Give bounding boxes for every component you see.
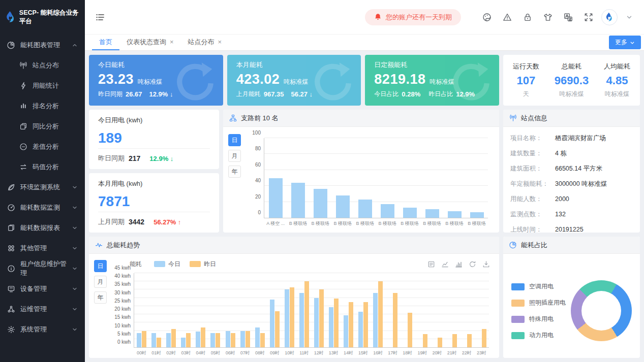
sidebar-subitem-3[interactable]: 同比分析 — [0, 116, 85, 137]
panel-header: 能耗占比 — [503, 237, 640, 254]
trend-chart-area: 0 kwh5 kwh10 kwh15 kwh20 kwh25 kwh30 kwh… — [134, 273, 489, 348]
tab-2[interactable]: 站点分布× — [181, 35, 229, 50]
sidebar-collapse-icon[interactable] — [95, 12, 105, 22]
site-info-value: 20191225 — [555, 226, 584, 233]
site-info-label: 监测点数： — [510, 210, 555, 219]
sidebar-group-1[interactable]: 能耗数据监测 — [0, 198, 85, 218]
pie-chart-body: 空调用电照明插座用电特殊用电动力用电 — [503, 254, 640, 358]
y-axis-tick: 40 — [255, 178, 261, 183]
translate-icon[interactable] — [564, 13, 573, 22]
toolbar-download[interactable] — [482, 260, 490, 268]
dashboard-content: 今日能耗 23.23 吨标准煤 昨日同期 26.67 12.9% ↓ — [85, 51, 644, 362]
sidebar-group-4[interactable]: 租户信息维护管理 — [0, 258, 85, 279]
trend-bar-昨日 — [171, 329, 176, 347]
stat-unit: 吨标准煤 — [555, 90, 589, 98]
period-button-月[interactable]: 月 — [228, 150, 241, 162]
branch-period-buttons: 日月年 — [228, 134, 241, 231]
trend-bar-今日 — [137, 333, 141, 347]
account-expiry-notice[interactable]: 您的账户还有一天到期 — [365, 9, 461, 25]
tab-0[interactable]: 首页 — [92, 35, 119, 50]
lock-icon[interactable] — [523, 13, 532, 22]
trend-bar-昨日 — [275, 311, 280, 347]
period-button-日[interactable]: 日 — [94, 260, 107, 272]
sidebar-group-energy-charts[interactable]: 能耗图表管理 — [0, 35, 85, 55]
sidebar-subitem-0[interactable]: 站点分布 — [0, 55, 85, 76]
period-button-月[interactable]: 月 — [94, 276, 107, 288]
x-axis-label: 03时 — [181, 350, 191, 356]
sidebar-subitem-2[interactable]: 排名分析 — [0, 96, 85, 116]
pie-legend-item-2[interactable]: 特殊用电 — [511, 315, 566, 323]
card-sub2-label: 昨日占比 — [428, 90, 453, 98]
sidebar-group-2[interactable]: 能耗数据报表 — [0, 218, 85, 238]
trend-bar-昨日 — [186, 333, 191, 347]
sidebar-group-3[interactable]: 其他管理 — [0, 238, 85, 258]
pie-legend-item-3[interactable]: 动力用电 — [511, 331, 566, 340]
site-info-label: 年定额能耗： — [510, 180, 555, 188]
y-axis-tick: 80 — [255, 146, 261, 151]
sidebar-subitem-1[interactable]: 用能统计 — [0, 76, 85, 96]
branch-bar-7 — [425, 209, 439, 218]
card-value: 23.23 — [98, 72, 134, 87]
toolbar-data-view[interactable] — [427, 260, 435, 268]
pie-legend-item-1[interactable]: 照明插座用电 — [511, 299, 566, 307]
trend-bars — [134, 273, 489, 347]
period-button-年[interactable]: 年 — [94, 291, 107, 304]
site-info-label: 建筑面积： — [510, 164, 555, 173]
trend-bar-今日 — [255, 327, 260, 347]
chevron-down-icon — [72, 326, 78, 333]
legend-item-昨日[interactable]: 昨日 — [190, 260, 216, 269]
sidebar-group-0[interactable]: 环境监测系统 — [0, 177, 85, 198]
trend-bar-今日 — [358, 312, 363, 347]
fullscreen-icon[interactable] — [584, 13, 593, 22]
trend-group-14 — [341, 273, 356, 347]
sidebar-groups: 环境监测系统能耗数据监测能耗数据报表其他管理租户信息维护管理设备管理运维管理系统… — [0, 177, 85, 340]
tab-close-icon[interactable]: × — [218, 39, 222, 45]
toolbar-line-chart[interactable] — [441, 260, 449, 268]
month-electric-panel: 本月用电 (kwh) 7871 上月同期 3442 56.27% ↑ — [89, 173, 219, 233]
warning-icon[interactable] — [503, 13, 512, 22]
tab-1[interactable]: 仪表状态查询× — [119, 35, 181, 50]
trend-bar-今日 — [196, 332, 200, 347]
trend-chart-body: 日月年 能耗 今日昨日 0 kwh5 kwh10 kwh15 kwh20 kwh… — [89, 254, 499, 358]
toolbar-refresh[interactable] — [469, 260, 476, 268]
sidebar-group-7[interactable]: 系统管理 — [0, 319, 85, 340]
x-axis-label: B 楼联络 — [401, 220, 419, 227]
delta-value: 56.27% ↑ — [154, 218, 181, 226]
sidebar: SECP- 能耗综合业务平台 能耗图表管理 站点分布用能统计排名分析同比分析差值… — [0, 0, 85, 362]
x-axis-label: 11时 — [299, 350, 309, 356]
card-title: 本月能耗 — [236, 60, 352, 70]
sidebar-subitem-5[interactable]: 码值分析 — [0, 157, 85, 177]
trend-bar-今日 — [314, 298, 319, 347]
tab-label: 首页 — [99, 38, 112, 47]
tshirt-icon[interactable] — [543, 13, 553, 22]
lightning-icon — [19, 82, 27, 90]
user-menu-chevron-icon[interactable] — [626, 14, 633, 21]
period-button-日[interactable]: 日 — [228, 134, 241, 146]
palette-icon[interactable] — [482, 13, 492, 22]
x-axis-label: 23时 — [477, 350, 486, 356]
site-info-value: 栖霞湖滨财富广场 — [555, 134, 606, 143]
trend-group-11 — [297, 273, 312, 347]
trend-bar-昨日 — [423, 334, 427, 347]
sidebar-group-5[interactable]: 设备管理 — [0, 279, 85, 299]
x-axis-label: 12时 — [314, 350, 324, 356]
card-title: 今日能耗 — [98, 60, 214, 70]
card-daily-quota-energy: 日定额能耗 8219.18 吨标准煤 今日占比 0.28% 昨日占比 12.9% — [365, 55, 499, 106]
toolbar-bar-icon[interactable] — [455, 260, 463, 268]
more-button[interactable]: 更多 — [609, 36, 641, 49]
app-title: SECP- 能耗综合业务平台 — [19, 9, 80, 26]
pie-legend: 空调用电照明插座用电特殊用电动力用电 — [511, 282, 566, 351]
tab-close-icon[interactable]: × — [170, 39, 174, 45]
pie-legend-swatch — [511, 332, 525, 339]
legend-item-今日[interactable]: 今日 — [154, 260, 180, 269]
tab-bar: 首页仪表状态查询×站点分布× 更多 — [85, 34, 644, 51]
user-avatar[interactable] — [601, 9, 618, 25]
sidebar-subitem-4[interactable]: 差值分析 — [0, 137, 85, 157]
pie-legend-item-0[interactable]: 空调用电 — [511, 282, 566, 291]
sidebar-group-6[interactable]: 运维管理 — [0, 299, 85, 319]
period-button-年[interactable]: 年 — [228, 166, 241, 178]
x-axis-label: 04时 — [196, 350, 205, 356]
trend-group-15 — [356, 273, 371, 347]
trend-bar-昨日 — [438, 338, 442, 347]
x-axis-label: 07时 — [240, 350, 250, 356]
